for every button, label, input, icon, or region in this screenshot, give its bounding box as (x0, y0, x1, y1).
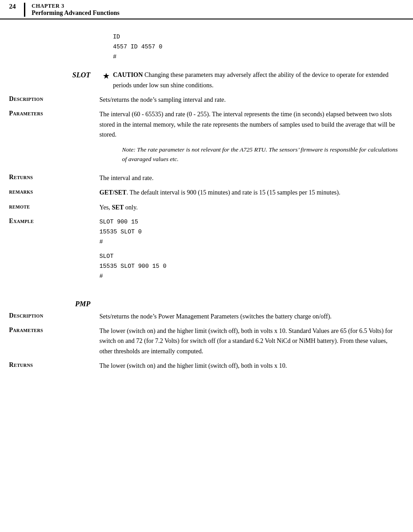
page: 24 CHAPTER 3 Performing Advanced Functio… (0, 0, 413, 532)
code-line: SLOT 900 15 (99, 217, 399, 227)
returns-row: Returns The interval and rate. (9, 173, 399, 183)
code-line: 15535 SLOT 900 15 0 (99, 261, 399, 271)
parameters-row: Parameters The interval (60 - 65535) and… (9, 109, 399, 168)
chapter-label: CHAPTER 3 (32, 3, 119, 10)
code-line: # (99, 271, 399, 281)
main-content: ID 4557 ID 4557 0 # SLOT ★ CAUTION Chang… (0, 19, 413, 385)
pmp-description-label: Description (9, 312, 99, 319)
remarks-content: GET/SET. The default interval is 900 (15… (99, 188, 399, 198)
slot-label-area: SLOT (9, 70, 99, 79)
pmp-description-content: Sets/returns the node’s Power Management… (99, 312, 399, 322)
parameters-note: Note: The rate parameter is not relevant… (99, 145, 399, 164)
caution-icon: ★ (103, 71, 110, 81)
pmp-label-area: PMP (9, 299, 99, 308)
example-label: Example (9, 217, 99, 225)
slot-header-row: SLOT ★ CAUTION Changing these parameters… (9, 70, 399, 90)
caution-word: CAUTION (113, 71, 143, 78)
page-header: 24 CHAPTER 3 Performing Advanced Functio… (0, 0, 413, 19)
example-code-2: SLOT 15535 SLOT 900 15 0 # (99, 252, 399, 281)
remote-bold: SET (112, 204, 123, 211)
header-divider (24, 3, 25, 17)
pmp-description-row: Description Sets/returns the node’s Powe… (9, 312, 399, 322)
code-line: # (99, 237, 399, 247)
pmp-parameters-content: The lower (switch on) and the higher lim… (99, 326, 399, 356)
caution-area: CAUTION Changing these parameters may ad… (113, 70, 399, 90)
pmp-header-row: PMP (9, 299, 399, 308)
slot-label: SLOT (72, 71, 90, 79)
example-code-1: SLOT 900 15 15535 SLOT 0 # (99, 217, 399, 247)
chapter-title: Performing Advanced Functions (32, 10, 119, 17)
remote-row: remote Yes, SET only. (9, 203, 399, 213)
example-row: Example SLOT 900 15 15535 SLOT 0 # SLOT … (9, 217, 399, 282)
pmp-label: PMP (75, 300, 90, 308)
pmp-section: PMP Description Sets/returns the node’s … (9, 299, 399, 371)
description-label: Description (9, 95, 99, 103)
example-content: SLOT 900 15 15535 SLOT 0 # SLOT 15535 SL… (99, 217, 399, 282)
description-row: Description Sets/returns the node’s samp… (9, 95, 399, 105)
code-line: SLOT (99, 252, 399, 261)
code-line: ID (113, 32, 399, 42)
remarks-bold: GET/SET (99, 189, 127, 196)
pmp-parameters-label: Parameters (9, 326, 99, 334)
remarks-row: remarks GET/SET. The default interval is… (9, 188, 399, 198)
caution-text: Changing these parameters may adversely … (113, 71, 389, 88)
code-line: 4557 ID 4557 0 (113, 42, 399, 52)
pmp-parameters-row: Parameters The lower (switch on) and the… (9, 326, 399, 356)
pmp-returns-content: The lower (switch on) and the higher lim… (99, 361, 399, 371)
returns-label: Returns (9, 173, 99, 181)
parameters-label: Parameters (9, 109, 99, 117)
code-block-1: ID 4557 ID 4557 0 # (113, 32, 399, 62)
remote-label: remote (9, 203, 99, 210)
caution-icon-area: ★ (99, 70, 113, 81)
parameters-content: The interval (60 - 65535) and rate (0 - … (99, 109, 399, 168)
description-content: Sets/returns the node’s sampling interva… (99, 95, 399, 105)
pmp-returns-label: Returns (9, 361, 99, 369)
remote-content: Yes, SET only. (99, 203, 399, 213)
spacer (9, 286, 399, 294)
pmp-returns-row: Returns The lower (switch on) and the hi… (9, 361, 399, 371)
returns-content: The interval and rate. (99, 173, 399, 183)
page-number: 24 (9, 3, 16, 17)
remarks-label: remarks (9, 188, 99, 195)
header-chapter-info: CHAPTER 3 Performing Advanced Functions (32, 3, 119, 17)
code-line: 15535 SLOT 0 (99, 227, 399, 237)
code-line: # (113, 52, 399, 62)
